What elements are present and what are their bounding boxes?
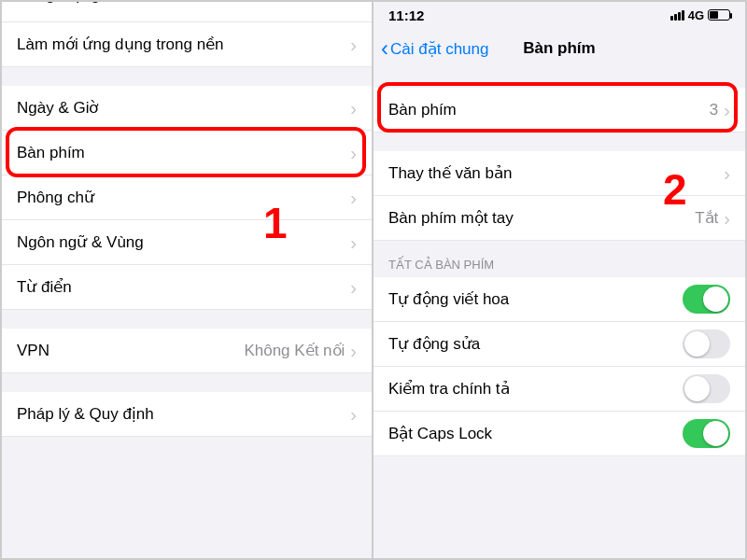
label: Tự động sửa bbox=[388, 334, 683, 354]
toggle-spell-check[interactable] bbox=[683, 374, 730, 403]
row-spell-check[interactable]: Kiểm tra chính tả bbox=[374, 367, 745, 412]
label: Từ điển bbox=[17, 277, 350, 297]
chevron-right-icon: › bbox=[724, 209, 730, 228]
row-language-region[interactable]: Ngôn ngữ & Vùng › bbox=[2, 220, 372, 265]
label: Bật Caps Lock bbox=[388, 424, 683, 443]
label: Thay thế văn bản bbox=[388, 163, 724, 183]
row-one-handed-keyboard[interactable]: Bàn phím một tay Tắt › bbox=[374, 196, 745, 241]
back-label: Cài đặt chung bbox=[390, 39, 488, 59]
nav-bar: ‹ Cài đặt chung Bàn phím bbox=[374, 28, 745, 69]
row-keyboards[interactable]: Bàn phím 3 › bbox=[374, 88, 745, 133]
detail: Không Kết nối bbox=[244, 341, 345, 360]
row-date-time[interactable]: Ngày & Giờ › bbox=[2, 86, 372, 131]
row-auto-correct[interactable]: Tự động sửa bbox=[374, 322, 745, 367]
label: Tự động viết hoa bbox=[388, 289, 683, 309]
chevron-right-icon: › bbox=[350, 405, 357, 424]
row-legal[interactable]: Pháp lý & Quy định › bbox=[2, 392, 372, 437]
label: Bàn phím một tay bbox=[388, 208, 695, 228]
chevron-right-icon: › bbox=[350, 99, 357, 118]
label: Pháp lý & Quy định bbox=[17, 404, 350, 424]
back-button[interactable]: ‹ Cài đặt chung bbox=[381, 37, 488, 60]
row-dictionary[interactable]: Từ điển › bbox=[2, 265, 372, 310]
label: Bàn phím bbox=[388, 101, 710, 119]
label: Làm mới ứng dụng trong nền bbox=[17, 35, 350, 54]
row-keyboard[interactable]: Bàn phím › bbox=[2, 131, 372, 175]
chevron-right-icon: › bbox=[350, 342, 357, 360]
toggle-auto-correct[interactable] bbox=[683, 329, 730, 358]
label: Bàn phím bbox=[17, 144, 350, 162]
chevron-right-icon: › bbox=[724, 101, 730, 119]
chevron-right-icon: › bbox=[350, 278, 357, 297]
row-vpn[interactable]: VPN Không Kết nối › bbox=[2, 329, 372, 373]
chevron-right-icon: › bbox=[350, 233, 357, 252]
toggle-caps-lock[interactable] bbox=[683, 419, 730, 448]
signal-bars-icon bbox=[670, 10, 684, 21]
chevron-left-icon: ‹ bbox=[381, 37, 388, 60]
network-label: 4G bbox=[688, 8, 704, 22]
chevron-right-icon: › bbox=[350, 35, 357, 54]
chevron-right-icon: › bbox=[350, 189, 357, 207]
detail: Tắt bbox=[695, 208, 718, 228]
status-time: 11:12 bbox=[388, 7, 559, 23]
group-header-all-keyboards: Tất cả bàn phím bbox=[374, 241, 745, 277]
label: Ngày & Giờ bbox=[17, 98, 350, 118]
status-bar: 11:12 4G bbox=[374, 2, 745, 28]
keyboard-settings-panel: 11:12 4G ‹ Cài đặt chung Bàn phím Bàn ph… bbox=[374, 2, 745, 558]
general-settings-panel: Dung lượng iPhone Làm mới ứng dụng trong… bbox=[2, 2, 374, 558]
row-fonts[interactable]: Phông chữ › bbox=[2, 175, 372, 220]
label: Phông chữ bbox=[17, 188, 350, 207]
row-background-app-refresh[interactable]: Làm mới ứng dụng trong nền › bbox=[2, 22, 372, 67]
row-storage-cut[interactable]: Dung lượng iPhone bbox=[2, 2, 372, 22]
detail: 3 bbox=[710, 101, 718, 119]
row-caps-lock[interactable]: Bật Caps Lock bbox=[374, 412, 745, 456]
toggle-auto-capitalize[interactable] bbox=[683, 285, 730, 314]
chevron-right-icon: › bbox=[724, 164, 730, 183]
label: Ngôn ngữ & Vùng bbox=[17, 232, 350, 252]
row-auto-capitalize[interactable]: Tự động viết hoa bbox=[374, 277, 745, 322]
label: Kiểm tra chính tả bbox=[388, 379, 683, 399]
chevron-right-icon: › bbox=[350, 144, 357, 162]
row-text-replacement[interactable]: Thay thế văn bản › bbox=[374, 151, 745, 196]
battery-icon bbox=[708, 9, 730, 21]
label: VPN bbox=[17, 342, 244, 360]
